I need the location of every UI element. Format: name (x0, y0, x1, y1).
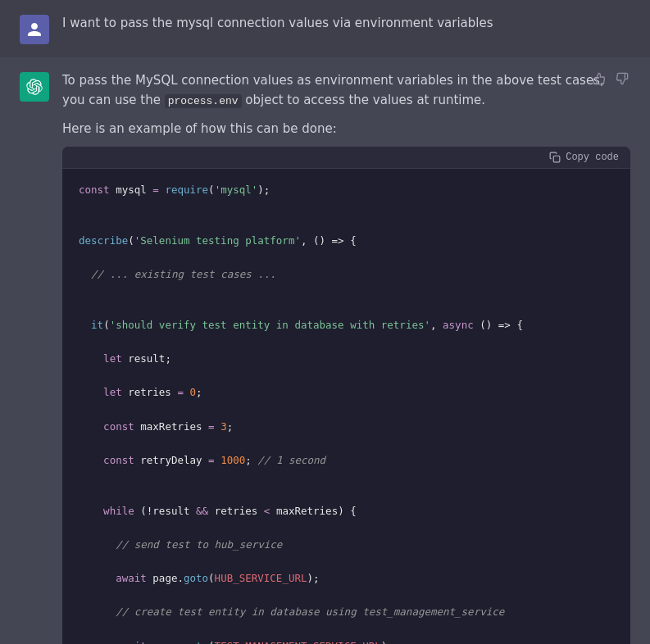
thumbs-up-icon (593, 72, 606, 85)
thumbs-up-button[interactable] (591, 70, 607, 89)
chatgpt-icon (26, 79, 43, 95)
assistant-message-row: To pass the MySQL connection values as e… (0, 57, 650, 644)
assistant-avatar (20, 72, 49, 102)
code-block: Copy code const mysql = require('mysql')… (62, 147, 630, 644)
user-message-text: I want to pass the mysql connection valu… (62, 16, 493, 30)
copy-code-button[interactable]: Copy code (549, 152, 619, 163)
action-buttons (591, 70, 630, 89)
user-icon (26, 21, 43, 38)
user-message-row: I want to pass the mysql connection valu… (0, 0, 650, 57)
user-avatar (20, 15, 49, 44)
chat-container: I want to pass the mysql connection valu… (0, 0, 650, 644)
assistant-message-content: To pass the MySQL connection values as e… (62, 70, 630, 644)
thumbs-down-button[interactable] (614, 70, 630, 89)
assistant-intro-text: To pass the MySQL connection values as e… (62, 70, 630, 111)
svg-rect-0 (553, 156, 560, 162)
thumbs-down-icon (616, 72, 629, 85)
copy-icon (549, 152, 561, 163)
assistant-example-text: Here is an example of how this can be do… (62, 119, 630, 138)
code-block-header: Copy code (62, 147, 630, 169)
code-content: const mysql = require('mysql'); describe… (79, 182, 614, 644)
user-message-content: I want to pass the mysql connection valu… (62, 13, 630, 33)
code-block-body: const mysql = require('mysql'); describe… (62, 169, 630, 644)
